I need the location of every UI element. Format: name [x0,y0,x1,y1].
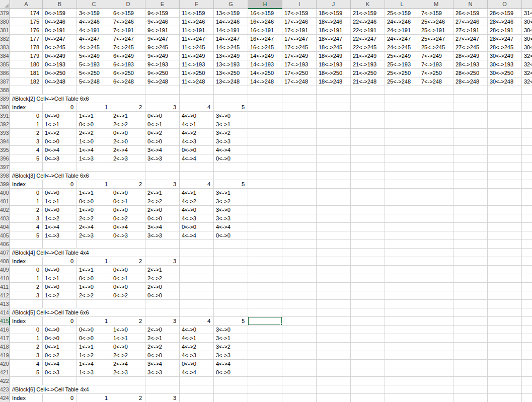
cell[interactable] [488,317,522,326]
cell[interactable] [453,300,488,308]
cell[interactable]: 0 [10,189,43,197]
cell[interactable]: 22<->247 [351,35,385,43]
cell[interactable] [522,343,532,351]
cell[interactable] [282,317,317,326]
cell[interactable] [317,317,351,326]
cell[interactable] [111,86,145,95]
cell[interactable]: 2 [111,394,145,402]
cell[interactable] [453,172,488,180]
cell[interactable]: 9<->193 [145,60,180,69]
cell[interactable] [180,283,214,291]
cell[interactable] [419,257,453,266]
cell[interactable]: 30<->191 [522,26,532,35]
cell[interactable] [111,172,145,180]
cell[interactable] [145,300,180,308]
cell[interactable]: 13<->248 [214,77,248,86]
cell[interactable] [385,214,419,223]
cell[interactable]: 4<->3 [180,214,214,223]
cell[interactable]: 2<->2 [77,214,111,223]
cell[interactable]: 25<->250 [385,69,419,77]
cell[interactable]: 24<->247 [385,35,419,43]
cell[interactable]: 0<->0 [111,206,145,214]
cell[interactable] [248,231,282,240]
cell[interactable] [385,368,419,377]
cell[interactable]: 21<->159 [351,9,385,18]
cell[interactable] [522,240,532,249]
cell[interactable] [351,385,385,394]
cell[interactable]: 0<->2 [43,351,77,360]
cell[interactable] [385,334,419,343]
cell[interactable]: 28<->249 [453,52,488,60]
cell[interactable] [43,163,77,172]
cell[interactable] [282,231,317,240]
cell[interactable] [248,291,282,300]
cell[interactable]: 2<->0 [145,326,180,334]
cell[interactable]: 9<->245 [145,43,180,52]
cell[interactable]: 0<->0 [214,368,248,377]
cell[interactable]: 178 [10,43,43,52]
cell[interactable] [351,317,385,326]
cell[interactable] [419,274,453,283]
cell[interactable]: 3 [10,291,43,300]
cell[interactable] [522,283,532,291]
cell[interactable]: 27<->191 [453,26,488,35]
cell[interactable]: 4<->1 [180,120,214,129]
cell[interactable] [453,326,488,334]
cell[interactable]: 5<->249 [77,52,111,60]
cell[interactable]: 4<->4 [214,146,248,154]
cell[interactable] [488,300,522,308]
cell[interactable]: 0<->2 [145,129,180,137]
cell[interactable] [180,377,214,385]
cell[interactable]: 0<->0 [77,326,111,334]
cell[interactable]: 0<->0 [43,112,77,120]
cell[interactable]: 30<->250 [488,69,522,77]
cell[interactable]: 28<->248 [453,77,488,86]
cell[interactable] [385,377,419,385]
cell[interactable] [453,129,488,137]
cell[interactable] [214,394,248,402]
column-header-A[interactable]: A [10,0,43,9]
cell[interactable] [317,197,351,206]
cell[interactable] [145,95,180,103]
cell[interactable] [522,300,532,308]
cell[interactable] [351,291,385,300]
cell[interactable]: 5 [214,103,248,112]
cell[interactable]: 0 [43,257,77,266]
cell[interactable]: 5 [10,231,43,240]
cell[interactable] [317,214,351,223]
cell[interactable]: 0 [43,394,77,402]
cell[interactable] [317,137,351,146]
cell[interactable]: 0<->0 [43,137,77,146]
cell[interactable]: 1 [77,180,111,189]
cell[interactable] [317,385,351,394]
cell[interactable]: 0 [43,103,77,112]
cell[interactable]: 3<->1 [214,334,248,343]
cell[interactable] [488,154,522,163]
cell[interactable]: 2 [111,257,145,266]
cell[interactable]: 7<->245 [111,43,145,52]
cell[interactable] [282,112,317,120]
cell[interactable] [488,257,522,266]
cell[interactable] [317,163,351,172]
cell[interactable]: 18<->193 [317,60,351,69]
cell[interactable]: 4 [180,317,214,326]
cell[interactable]: 5 [10,154,43,163]
cell[interactable] [488,334,522,343]
cell[interactable]: 3 [145,317,180,326]
cell[interactable]: 3<->1 [214,189,248,197]
cell[interactable]: 1<->1 [77,112,111,120]
cell[interactable] [214,172,248,180]
cell[interactable]: 27<->247 [453,35,488,43]
cell[interactable] [282,360,317,368]
cell[interactable]: 1 [77,103,111,112]
cell[interactable]: 17<->249 [282,52,317,60]
cell[interactable] [385,317,419,326]
cell[interactable] [351,283,385,291]
cell[interactable] [453,120,488,129]
cell[interactable] [351,343,385,351]
cell[interactable]: 1<->0 [77,137,111,146]
cell[interactable] [453,223,488,231]
cell[interactable] [488,343,522,351]
cell[interactable]: 21<->248 [351,77,385,86]
cell[interactable] [180,308,214,317]
